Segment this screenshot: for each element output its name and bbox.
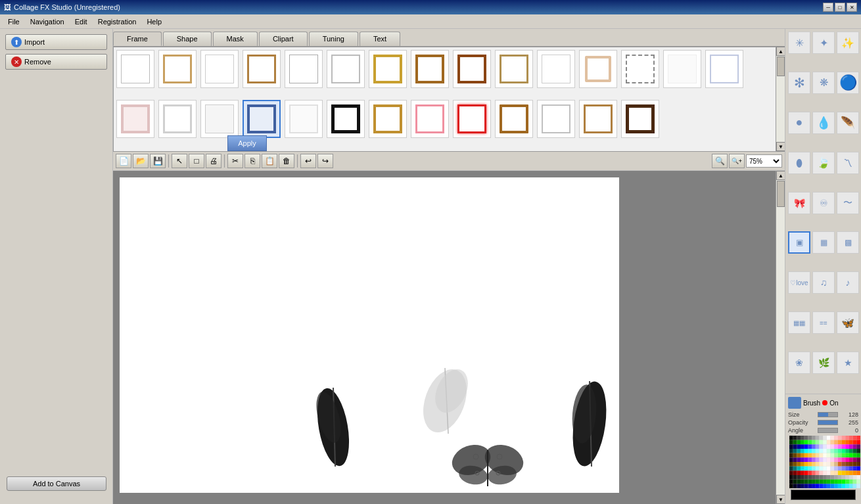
opacity-slider[interactable] [818, 420, 838, 425]
frame-item[interactable] [495, 50, 533, 88]
frame-item[interactable] [537, 50, 575, 88]
brush-item-feather2[interactable]: 〽 [837, 152, 859, 174]
tool-new[interactable]: 📄 [116, 154, 131, 168]
brush-item-swirl[interactable]: ♾ [812, 192, 835, 214]
vscroll-up[interactable]: ▲ [776, 171, 785, 180]
brush-item-dot6[interactable]: ❋ [812, 72, 835, 94]
frame-item[interactable] [327, 100, 365, 138]
tool-select[interactable]: □ [189, 154, 204, 168]
tool-print[interactable]: 🖨 [206, 154, 221, 168]
frame-item[interactable] [285, 100, 323, 138]
brush-item-oval[interactable]: ⬮ [788, 152, 810, 174]
menu-file[interactable]: File [3, 16, 25, 27]
brush-item-flower[interactable]: ❀ [788, 352, 810, 374]
frame-item[interactable] [369, 50, 407, 88]
tab-mask[interactable]: Mask [213, 32, 258, 46]
frame-item[interactable] [200, 100, 239, 138]
brush-item-pattern[interactable]: ▩ [837, 231, 859, 254]
frame-item[interactable] [579, 100, 617, 138]
frame-item[interactable] [453, 50, 491, 88]
brush-item-square-dotted[interactable]: ▣ [788, 231, 810, 254]
frame-item[interactable] [705, 50, 743, 88]
menu-navigation[interactable]: Navigation [25, 16, 70, 27]
tab-clipart[interactable]: Clipart [259, 32, 308, 46]
brush-item-texture2[interactable]: ▦▦ [788, 311, 810, 334]
brush-item-star5[interactable]: ★ [837, 352, 859, 374]
frame-item[interactable] [621, 100, 659, 138]
minimize-button[interactable]: ─ [823, 3, 833, 12]
tab-text[interactable]: Text [360, 32, 400, 46]
current-color[interactable] [791, 490, 856, 500]
frame-item[interactable] [116, 100, 154, 138]
brush-item-love[interactable]: ♡love [788, 271, 810, 294]
brush-item-leaf[interactable]: 🍃 [812, 152, 835, 174]
brush-item-star4[interactable]: ✳ [788, 32, 810, 54]
brush-item-ribbon[interactable]: 🎀 [788, 192, 810, 214]
canvas-wrapper[interactable] [113, 171, 776, 504]
scroll-up-arrow[interactable]: ▲ [776, 47, 785, 56]
brush-item-lines[interactable]: ≡≡ [812, 311, 835, 334]
menu-help[interactable]: Help [141, 16, 167, 27]
zoom-out-button[interactable]: 🔍 [712, 154, 728, 168]
tool-cut[interactable]: ✂ [227, 154, 243, 168]
canvas[interactable] [120, 177, 619, 493]
tool-open[interactable]: 📂 [133, 154, 149, 168]
add-to-canvas-button[interactable]: Add to Canvas [7, 476, 106, 491]
brush-item-feather[interactable]: 🪶 [837, 112, 859, 134]
brush-item-star6[interactable]: ✦ [812, 32, 835, 54]
size-slider[interactable] [818, 412, 838, 417]
tool-redo[interactable]: ↪ [317, 154, 333, 168]
brush-item-circle3d[interactable]: 🔵 [837, 72, 859, 94]
frame-item[interactable] [285, 50, 323, 88]
frame-item[interactable] [579, 50, 617, 88]
frame-item[interactable] [495, 100, 533, 138]
tool-pointer[interactable]: ↖ [172, 154, 187, 168]
frame-item[interactable] [327, 50, 365, 88]
angle-slider[interactable] [818, 428, 838, 433]
frame-item[interactable] [158, 50, 197, 88]
remove-button[interactable]: ✕ Remove [5, 54, 107, 70]
frame-item[interactable] [243, 50, 281, 88]
frame-item[interactable] [537, 100, 575, 138]
tool-delete[interactable]: 🗑 [279, 154, 294, 168]
zoom-in-button[interactable]: 🔍+ [729, 154, 745, 168]
frame-item[interactable] [453, 100, 491, 138]
palette-canvas[interactable] [789, 436, 860, 488]
frame-item[interactable] [200, 50, 239, 88]
apply-button[interactable]: Apply [227, 135, 267, 151]
brush-item-asterisk[interactable]: ✻ [788, 72, 810, 94]
brush-item-wave[interactable]: 〜 [837, 192, 859, 214]
tab-frame[interactable]: Frame [113, 32, 162, 46]
frame-item[interactable] [116, 50, 154, 88]
tool-save[interactable]: 💾 [150, 154, 166, 168]
frame-item[interactable] [158, 100, 197, 138]
tool-copy[interactable]: ⎘ [244, 154, 260, 168]
tool-paste[interactable]: 📋 [262, 154, 277, 168]
brush-item-butterfly[interactable]: 🦋 [837, 311, 859, 334]
brush-item-dot[interactable]: ● [788, 112, 810, 134]
zoom-select[interactable]: 75% 50% 100% 150% [746, 154, 782, 168]
tab-tuning[interactable]: Tuning [309, 32, 358, 46]
brush-item-drop[interactable]: 💧 [812, 112, 835, 134]
close-button[interactable]: ✕ [847, 3, 857, 12]
vscroll-down[interactable]: ▼ [776, 495, 785, 504]
menu-registration[interactable]: Registration [93, 16, 142, 27]
vscroll-thumb[interactable] [777, 181, 785, 207]
menu-edit[interactable]: Edit [70, 16, 93, 27]
tab-shape[interactable]: Shape [163, 32, 212, 46]
frame-item-selected[interactable] [243, 100, 281, 138]
tool-undo[interactable]: ↩ [300, 154, 316, 168]
import-button[interactable]: ⬆ Import [5, 34, 107, 50]
frame-item[interactable] [411, 50, 449, 88]
brush-item-plant[interactable]: 🌿 [812, 352, 835, 374]
brush-item-music2[interactable]: ♪ [837, 271, 859, 294]
scroll-thumb[interactable] [777, 57, 785, 76]
frame-item[interactable] [411, 100, 449, 138]
brush-item-music1[interactable]: ♫ [812, 271, 835, 294]
maximize-button[interactable]: □ [835, 3, 845, 12]
brush-item-texture[interactable]: ▦ [812, 231, 835, 254]
brush-item-sparkle[interactable]: ✨ [837, 32, 859, 54]
scroll-down-arrow[interactable]: ▼ [776, 142, 785, 151]
frame-item[interactable] [369, 100, 407, 138]
frame-item[interactable] [621, 50, 659, 88]
